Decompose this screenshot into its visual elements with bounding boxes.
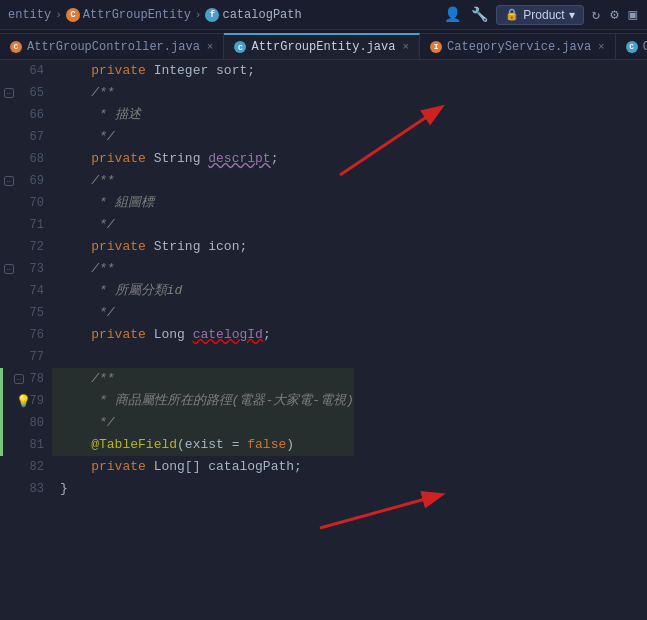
line-num: 65 [30, 86, 44, 100]
gutter-81: 81 [0, 434, 52, 456]
line-num: 72 [30, 240, 44, 254]
line-num: 82 [30, 460, 44, 474]
tab-label-ca: Ca [643, 40, 647, 54]
code-line-70: * 組圖標 [52, 192, 354, 214]
tab-attrgroup-entity[interactable]: C AttrGroupEntity.java × [224, 33, 420, 59]
entity-label: entity [8, 8, 51, 22]
top-nav-bar: entity › C AttrGroupEntity › f catalogPa… [0, 0, 647, 30]
gutter-72: 72 [0, 236, 52, 258]
bulb-icon[interactable]: 💡 [16, 394, 31, 409]
editor-wrapper: 64 65 − 66 67 68 69 − 70 71 72 73 − 74 7… [0, 60, 647, 620]
gutter-77: 77 [0, 346, 52, 368]
gutter-69: 69 − [0, 170, 52, 192]
tabs-bar: C AttrGroupController.java × C AttrGroup… [0, 30, 647, 60]
line-num: 68 [30, 152, 44, 166]
gutter-65: 65 − [0, 82, 52, 104]
code-line-72: private String icon; [52, 236, 354, 258]
code-line-75: */ [52, 302, 354, 324]
breadcrumb-entity[interactable]: entity [8, 8, 51, 22]
red-arrow-1 [340, 108, 440, 175]
editor-area: 64 65 − 66 67 68 69 − 70 71 72 73 − 74 7… [0, 60, 354, 620]
tab-icon-service: I [430, 41, 442, 53]
nav-right-controls: 👤 🔧 🔒 Product ▾ ↻ ⚙ ▣ [442, 4, 639, 25]
gutter-68: 68 [0, 148, 52, 170]
line-num: 75 [30, 306, 44, 320]
green-bar-78 [0, 368, 3, 390]
line-num: 69 [30, 174, 44, 188]
field-icon: f [205, 8, 219, 22]
line-num: 83 [30, 482, 44, 496]
code-line-64: private Integer sort; [52, 60, 354, 82]
code-line-67: */ [52, 126, 354, 148]
line-num: 67 [30, 130, 44, 144]
tab-label-controller: AttrGroupController.java [27, 40, 200, 54]
line-num: 64 [30, 64, 44, 78]
breadcrumb-class[interactable]: C AttrGroupEntity [66, 8, 191, 22]
tab-close-service[interactable]: × [598, 41, 605, 53]
code-editor[interactable]: private Integer sort; /** * 描述 */ privat… [52, 60, 354, 620]
tab-close-controller[interactable]: × [207, 41, 214, 53]
gutter-76: 76 [0, 324, 52, 346]
code-line-66: * 描述 [52, 104, 354, 126]
fold-69[interactable]: − [4, 176, 14, 186]
product-label: Product [523, 8, 564, 22]
gutter-83: 83 [0, 478, 52, 500]
fold-73[interactable]: − [4, 264, 14, 274]
line-num: 76 [30, 328, 44, 342]
class-icon: C [66, 8, 80, 22]
green-bar-79 [0, 390, 3, 412]
code-line-74: * 所屬分類id [52, 280, 354, 302]
tab-icon-ca: C [626, 41, 638, 53]
code-line-77 [52, 346, 354, 368]
line-num: 73 [30, 262, 44, 276]
line-number-gutter: 64 65 − 66 67 68 69 − 70 71 72 73 − 74 7… [0, 60, 52, 620]
gutter-67: 67 [0, 126, 52, 148]
person-icon[interactable]: 👤 [442, 4, 463, 25]
lock-icon: 🔒 [505, 8, 519, 21]
wrench-icon[interactable]: 🔧 [469, 4, 490, 25]
code-line-76: private Long catelogId; [52, 324, 354, 346]
tab-category-service[interactable]: I CategoryService.java × [420, 33, 616, 59]
tab-ca[interactable]: C Ca [616, 33, 647, 59]
code-line-65: /** [52, 82, 354, 104]
line-num: 79 [30, 394, 44, 408]
code-line-81: @TableField(exist = false) [52, 434, 354, 456]
gutter-66: 66 [0, 104, 52, 126]
line-num: 74 [30, 284, 44, 298]
gutter-73: 73 − [0, 258, 52, 280]
breadcrumb-field-label: catalogPath [222, 8, 301, 22]
gutter-71: 71 [0, 214, 52, 236]
breadcrumb-sep-2: › [195, 9, 202, 21]
green-bar-81 [0, 434, 3, 456]
line-num: 80 [30, 416, 44, 430]
line-num: 71 [30, 218, 44, 232]
code-line-83: } [52, 478, 354, 500]
tab-close-entity[interactable]: × [402, 41, 409, 53]
code-line-69: /** [52, 170, 354, 192]
layout-icon[interactable]: ▣ [627, 4, 639, 25]
breadcrumb: entity › C AttrGroupEntity › f catalogPa… [8, 8, 302, 22]
tab-icon-controller: C [10, 41, 22, 53]
gutter-79: 79 💡 [0, 390, 52, 412]
fold-78[interactable]: − [14, 374, 24, 384]
tab-icon-entity: C [234, 41, 246, 53]
breadcrumb-sep-1: › [55, 9, 62, 21]
gutter-82: 82 [0, 456, 52, 478]
tab-label-service: CategoryService.java [447, 40, 591, 54]
gutter-75: 75 [0, 302, 52, 324]
fold-65[interactable]: − [4, 88, 14, 98]
line-num: 66 [30, 108, 44, 122]
settings-icon[interactable]: ⚙ [608, 4, 620, 25]
code-line-79: * 商品屬性所在的路徑(電器-大家電-電視) [52, 390, 354, 412]
code-line-71: */ [52, 214, 354, 236]
refresh-icon[interactable]: ↻ [590, 4, 602, 25]
chevron-down-icon: ▾ [569, 8, 575, 22]
code-line-68: private String descript; [52, 148, 354, 170]
breadcrumb-class-label: AttrGroupEntity [83, 8, 191, 22]
line-num: 70 [30, 196, 44, 210]
gutter-74: 74 [0, 280, 52, 302]
product-button[interactable]: 🔒 Product ▾ [496, 5, 583, 25]
tab-attrgroup-controller[interactable]: C AttrGroupController.java × [0, 33, 224, 59]
breadcrumb-field[interactable]: f catalogPath [205, 8, 301, 22]
gutter-80: 80 [0, 412, 52, 434]
